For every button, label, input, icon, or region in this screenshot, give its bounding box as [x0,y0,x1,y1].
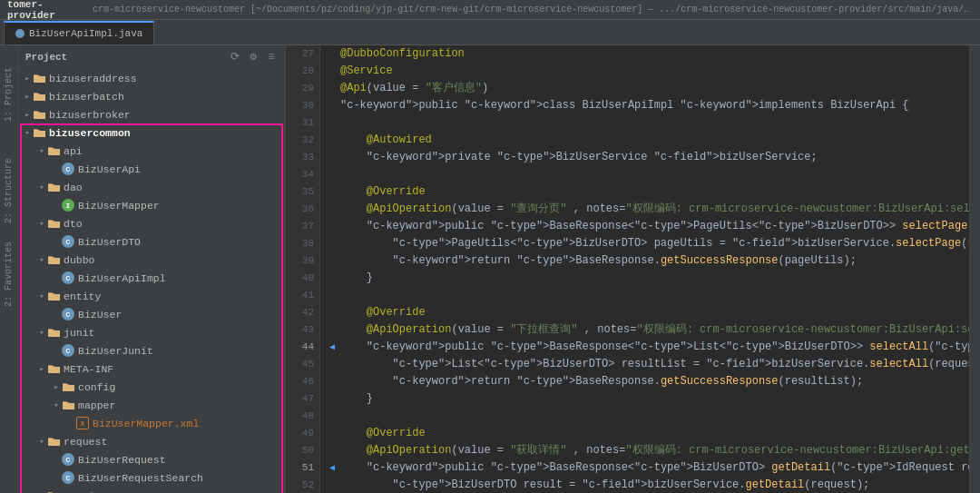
tree-item-bizuserrequestsearch[interactable]: CBizUserRequestSearch [18,468,285,487]
line-content: "c-type">BizUserDTO result = "c-field">b… [340,477,869,493]
tree-item-bizuserapi[interactable]: CBizUserApi [18,160,285,178]
tree-item-bizuserrequest[interactable]: CBizUserRequest [18,450,285,468]
java-class-icon: C [62,344,74,357]
tab-bizuserapiimpl[interactable]: BizUserApiImpl.java [4,21,154,44]
tree-label: BizUserApiImpl [78,272,166,284]
tree-item-bizuserbatch[interactable]: ▸ bizuserbatch [18,87,285,105]
code-line-29: @Api(value = "客户信息") [326,80,969,97]
folder-icon [33,127,45,138]
tree-label: junit [64,327,95,339]
code-line-45: "c-type">List<"c-type">BizUserDTO> resul… [326,356,969,373]
line-number-29: 29 [286,80,319,97]
favorites-panel-label[interactable]: 2: Favorites [4,242,14,307]
line-number-41: 41 [286,287,319,304]
tree-item-junit[interactable]: ▾ junit [18,323,285,341]
tab-bar: BizUserApiImpl.java [0,20,980,45]
line-number-52: 52 [286,477,319,493]
tree-arrow [51,468,62,487]
code-line-42: @Override [326,304,969,321]
tree-label: service [64,490,107,494]
line-content: @Override [340,304,426,321]
tree-item-bizuserbroker[interactable]: ▸ bizuserbroker [18,105,285,123]
line-number-45: 45 [286,356,319,373]
folder-icon [62,381,74,392]
code-line-46: "c-keyword">return "c-type">BaseResponse… [326,373,969,390]
tree-arrow: ▾ [36,251,47,269]
tree-arrow [51,160,62,178]
tree-arrow: ▾ [36,287,47,305]
line-content: } [340,270,373,287]
java-class-icon: C [62,163,74,175]
tree-arrow: ▾ [36,323,47,341]
project-tree: ▸ bizuseraddress▸ bizuserbatch▸ bizuserb… [18,69,285,493]
tree-item-dao[interactable]: ▾ dao [18,178,285,196]
folder-icon [47,363,60,374]
line-content: @ApiOperation(value = "查询分页" , notes="权限… [340,201,969,218]
tree-arrow: ▸ [36,360,47,378]
project-panel-label[interactable]: 1: Project [4,67,14,122]
tree-item-bizuseraddress[interactable]: ▸ bizuseraddress [18,69,285,87]
folder-icon [47,436,60,447]
tree-arrow: ▾ [36,214,47,232]
tree-item-bizuserjunit[interactable]: CBizUserJunit [18,341,285,360]
project-panel-title: Project [25,52,67,63]
tree-item-meta-inf[interactable]: ▸ META-INF [18,360,285,378]
project-header-icons: ⟳ ⚙ ≡ [229,51,278,64]
tree-label: bizuserbatch [49,91,124,103]
line-content: "c-type">List<"c-type">BizUserDTO> resul… [340,356,969,373]
code-line-35: @Override [326,183,969,201]
line-content: @Api(value = "客户信息") [340,80,488,97]
line-number-28: 28 [286,63,319,80]
line-content: @Autowired [340,132,432,149]
tree-item-bizuserapiimpl[interactable]: CBizUserApiImpl [18,269,285,287]
tree-arrow [51,232,62,251]
folder-icon [33,109,45,120]
tree-item-bizuserdto[interactable]: CBizUserDTO [18,232,285,251]
line-content: "c-keyword">public "c-type">BaseResponse… [340,218,969,235]
tree-label: BizUserRequestSearch [78,472,203,484]
line-content: @Override [340,183,426,201]
sync-icon[interactable]: ⟳ [229,51,241,64]
line-content: } [340,390,373,408]
line-number-47: 47 [286,390,319,408]
tree-item-bizusercommon[interactable]: ▾ bizusercommon [18,123,285,142]
code-line-39: "c-keyword">return "c-type">BaseResponse… [326,252,969,270]
line-number-34: 34 [286,166,319,183]
java-class-icon: C [62,271,74,284]
line-number-38: 38 [286,235,319,252]
line-marker: ◀ [326,459,338,477]
line-marker: ◀ [326,339,338,356]
tree-item-config[interactable]: ▸ config [18,378,285,396]
tree-item-api[interactable]: ▾ api [18,142,285,160]
line-numbers: 2728293031323334353637383940414243444546… [286,45,320,493]
tree-item-request[interactable]: ▾ request [18,432,285,450]
tree-arrow: ▾ [36,142,47,160]
folder-icon [47,182,60,192]
code-line-27: @DubboConfiguration [326,45,969,63]
structure-panel-label[interactable]: 2: Structure [4,158,14,223]
tree-item-bizuser[interactable]: CBizUser [18,305,285,323]
tree-item-dubbo[interactable]: ▾ dubbo [18,251,285,269]
tree-item-bizusermapper[interactable]: IBizUserMapper [18,196,285,214]
right-scrollbar[interactable] [969,45,980,493]
top-bar: tomer-provider crm-microservice-newcusto… [0,0,980,20]
java-class-icon: C [62,471,74,484]
tree-label: config [78,381,115,393]
code-line-31 [326,114,969,132]
settings-icon[interactable]: ≡ [265,51,278,64]
tree-item-dto[interactable]: ▾ dto [18,214,285,232]
gear-icon[interactable]: ⚙ [247,51,260,64]
folder-icon [33,91,45,102]
line-content: "c-keyword">public "c-type">BaseResponse… [340,459,969,477]
code-line-28: @Service [326,63,969,80]
line-number-40: 40 [286,270,319,287]
java-interface-icon: I [62,199,74,212]
xml-file-icon: X [76,417,89,429]
line-content: @ApiOperation(value = "下拉框查询" , notes="权… [340,321,969,339]
tree-arrow: ▸ [22,87,33,105]
line-number-50: 50 [286,442,319,459]
tree-item-bizusermapper.xml[interactable]: XBizUserMapper.xml [18,414,285,432]
tree-item-mapper[interactable]: ▾ mapper [18,396,285,414]
tree-item-service[interactable]: ▾ service [18,487,285,493]
tree-item-entity[interactable]: ▾ entity [18,287,285,305]
